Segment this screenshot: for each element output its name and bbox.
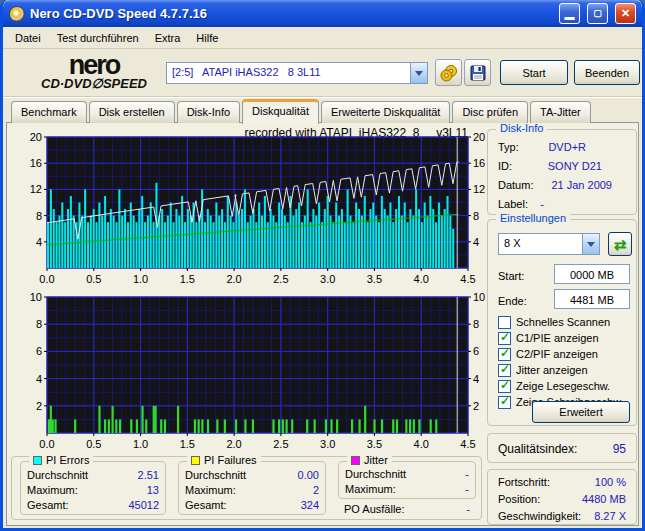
app-window: Nero CD-DVD Speed 4.7.7.16 ▬ ▢ ✕ Datei T… xyxy=(0,0,645,531)
pi-failures-swatch xyxy=(191,456,200,465)
quit-button[interactable]: Beenden xyxy=(574,60,640,85)
speed-label: Geschwindigkeit: xyxy=(498,510,581,522)
speed-select-value: 8 X xyxy=(499,234,582,254)
svg-text:4.0: 4.0 xyxy=(414,273,429,285)
svg-text:0.5: 0.5 xyxy=(86,273,101,285)
svg-text:0.0: 0.0 xyxy=(39,273,54,285)
maximize-button[interactable]: ▢ xyxy=(587,3,608,24)
svg-text:2.5: 2.5 xyxy=(273,273,288,285)
disk-label-label: Label: xyxy=(498,198,528,210)
position-label: Position: xyxy=(498,493,540,505)
menu-hilfe[interactable]: Hilfe xyxy=(188,30,226,46)
checkbox-jitter[interactable]: Jitter anzeigen xyxy=(498,363,588,377)
drive-select-value: [2:5] ATAPI iHAS322 8 3L11 xyxy=(167,63,410,83)
close-button[interactable]: ✕ xyxy=(615,3,636,24)
svg-text:4.0: 4.0 xyxy=(414,438,429,450)
tab-benchmark[interactable]: Benchmark xyxy=(11,101,87,123)
end-position-field[interactable] xyxy=(554,289,630,309)
po-failures-value: - xyxy=(466,503,470,515)
menu-datei[interactable]: Datei xyxy=(7,30,49,46)
checkbox-c2-pif[interactable]: C2/PIF anzeigen xyxy=(498,347,598,361)
svg-text:0.0: 0.0 xyxy=(39,438,54,450)
disk-label-value: - xyxy=(540,198,544,210)
checkbox-icon[interactable] xyxy=(498,332,511,345)
checkbox-lesegeschw[interactable]: Zeige Lesegeschw. xyxy=(498,379,610,393)
tab-disc-pruefen[interactable]: Disc prüfen xyxy=(452,101,528,123)
quality-index-value: 95 xyxy=(613,442,626,456)
advanced-button-label: Erweitert xyxy=(559,406,602,418)
drive-select[interactable]: [2:5] ATAPI iHAS322 8 3L11 xyxy=(166,62,428,84)
svg-text:8: 8 xyxy=(36,318,42,330)
tab-diskqualitaet[interactable]: Diskqualität xyxy=(242,99,319,124)
speed-value: 8.27 X xyxy=(594,510,626,522)
position-value: 4480 MB xyxy=(582,493,626,505)
checkbox-icon[interactable] xyxy=(498,396,511,409)
quality-index-box: Qualitätsindex: 95 xyxy=(487,433,637,463)
stat-value: 324 xyxy=(301,499,319,511)
refresh-button[interactable]: ⇄ xyxy=(608,232,632,256)
chevron-down-icon[interactable] xyxy=(410,63,427,83)
stat-value: 2 xyxy=(313,484,319,496)
svg-text:8: 8 xyxy=(473,210,479,222)
quit-button-label: Beenden xyxy=(585,67,629,79)
checkbox-label: Schnelles Scannen xyxy=(516,316,610,328)
stat-value: 0.00 xyxy=(298,469,319,481)
quality-index-label: Qualitätsindex: xyxy=(498,442,577,456)
save-icon xyxy=(469,64,487,82)
svg-text:2.0: 2.0 xyxy=(226,438,241,450)
checkbox-icon[interactable] xyxy=(498,348,511,361)
svg-text:8: 8 xyxy=(473,318,479,330)
speed-select[interactable]: 8 X xyxy=(498,233,600,255)
tab-disk-erstellen[interactable]: Disk erstellen xyxy=(89,101,175,123)
checkbox-icon[interactable] xyxy=(498,364,511,377)
svg-text:3.0: 3.0 xyxy=(320,273,335,285)
disk-type-label: Typ: xyxy=(498,141,519,153)
disk-date-value: 21 Jan 2009 xyxy=(551,179,612,191)
menu-extra[interactable]: Extra xyxy=(147,30,189,46)
stat-label: Durchschnitt xyxy=(185,469,246,481)
svg-text:4: 4 xyxy=(473,236,479,248)
chevron-down-icon[interactable] xyxy=(582,234,599,254)
checkbox-icon[interactable] xyxy=(498,380,511,393)
tab-ta-jitter[interactable]: TA-Jitter xyxy=(530,101,591,123)
refresh-icon: ⇄ xyxy=(614,237,627,252)
diskqualitaet-page: recorded with ATAPI iHAS322 8 v3L11 4488… xyxy=(6,122,639,526)
tab-strip: Benchmark Disk erstellen Disk-Info Diskq… xyxy=(11,99,591,123)
eject-disc-button[interactable] xyxy=(435,59,462,86)
svg-text:20: 20 xyxy=(30,133,42,143)
close-icon: ✕ xyxy=(616,4,635,23)
tab-disk-info[interactable]: Disk-Info xyxy=(177,101,240,123)
svg-text:10: 10 xyxy=(473,293,485,303)
menu-test-durchfuehren[interactable]: Test durchführen xyxy=(49,30,147,46)
pi-errors-stats-box: PI Errors Durchschnitt2.51 Maximum:13 Ge… xyxy=(20,461,166,515)
menubar: Datei Test durchführen Extra Hilfe xyxy=(3,27,642,49)
po-failures-label: PO Ausfälle: xyxy=(344,503,405,515)
window-title: Nero CD-DVD Speed 4.7.7.16 xyxy=(30,6,552,21)
minimize-button[interactable]: ▬ xyxy=(559,3,580,24)
toolbar: nero CD·DVD∅SPEED [2:5] ATAPI iHAS322 8 … xyxy=(3,50,642,97)
save-button[interactable] xyxy=(464,59,491,86)
po-failures-row: PO Ausfälle: - xyxy=(344,503,470,515)
svg-text:4: 4 xyxy=(36,373,42,385)
advanced-button[interactable]: Erweitert xyxy=(532,401,630,423)
progress-box: Fortschritt:100 % Position:4480 MB Gesch… xyxy=(487,469,637,525)
disk-date-label: Datum: xyxy=(498,179,533,191)
start-button[interactable]: Start xyxy=(500,60,568,85)
disk-info-title: Disk-Info xyxy=(496,122,547,134)
titlebar[interactable]: Nero CD-DVD Speed 4.7.7.16 ▬ ▢ ✕ xyxy=(3,0,642,27)
progress-label: Fortschritt: xyxy=(498,476,550,488)
stat-value: 13 xyxy=(147,484,159,496)
start-position-field[interactable] xyxy=(554,264,630,284)
checkbox-c1-pie[interactable]: C1/PIE anzeigen xyxy=(498,331,599,345)
svg-text:12: 12 xyxy=(30,183,42,195)
svg-text:6: 6 xyxy=(36,345,42,357)
nero-logo: nero CD·DVD∅SPEED xyxy=(19,53,169,91)
tab-erweiterte-diskqualitaet[interactable]: Erweiterte Diskqualität xyxy=(321,101,450,123)
jitter-stats-title: Jitter xyxy=(347,454,392,466)
stat-label: Gesamt: xyxy=(27,499,69,511)
svg-text:3.5: 3.5 xyxy=(367,438,382,450)
minimize-icon: ▬ xyxy=(560,4,579,23)
checkbox-schnelles-scannen[interactable]: Schnelles Scannen xyxy=(498,315,610,329)
stat-label: Durchschnitt xyxy=(27,469,88,481)
checkbox-icon[interactable] xyxy=(498,316,511,329)
